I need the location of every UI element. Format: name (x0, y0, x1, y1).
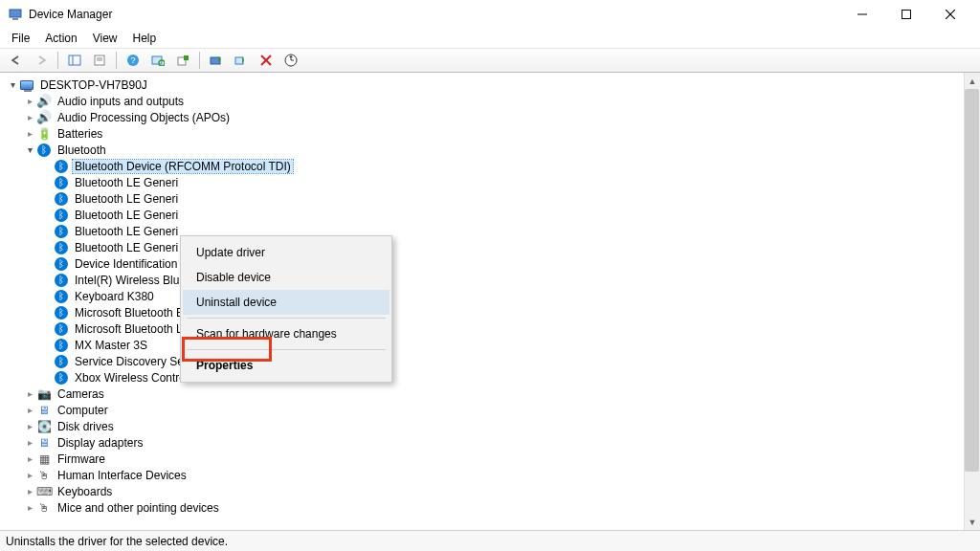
expander-icon[interactable] (23, 404, 36, 417)
menubar: File Action View Help (0, 29, 980, 48)
bt-device[interactable]: ᛒXbox Wireless Controller (2, 369, 978, 386)
bt-device[interactable]: ᛒKeyboard K380 (2, 288, 978, 304)
expander-icon[interactable] (23, 436, 36, 450)
tree-label: Firmware (56, 452, 107, 466)
category-audio[interactable]: 🔊Audio inputs and outputs (2, 93, 978, 109)
expander-icon[interactable] (23, 452, 36, 466)
uninstall-device-button[interactable] (256, 51, 277, 70)
device-icon: 🖱 (36, 468, 52, 483)
root-node[interactable]: DESKTOP-VH7B90J (2, 77, 978, 93)
tree-label: Batteries (56, 127, 104, 141)
bt-device[interactable]: ᛒService Discovery Service (2, 353, 978, 369)
context-menu: Update driver Disable device Uninstall d… (180, 235, 392, 383)
properties-toolbar-button[interactable] (89, 51, 110, 70)
close-button[interactable] (928, 0, 972, 29)
category-mice[interactable]: 🖱Mice and other pointing devices (2, 499, 978, 516)
back-button[interactable] (6, 51, 27, 70)
device-icon: 🖥 (36, 403, 52, 418)
bt-device[interactable]: ᛒBluetooth LE Generi (2, 223, 978, 239)
svg-rect-16 (184, 55, 189, 60)
bt-device[interactable]: ᛒBluetooth LE Generi (2, 174, 978, 190)
device-icon: 💽 (36, 419, 52, 434)
device-icon: ᛒ (54, 321, 69, 337)
expander-icon[interactable] (23, 95, 36, 108)
device-icon: 🔊 (36, 94, 52, 109)
app-icon (8, 7, 23, 22)
expander-icon[interactable] (6, 78, 19, 92)
context-update-driver[interactable]: Update driver (183, 240, 390, 265)
scan-hardware-button[interactable] (147, 51, 168, 70)
category-apo[interactable]: 🔊Audio Processing Objects (APOs) (2, 109, 978, 125)
expander-icon[interactable] (23, 387, 36, 401)
tree-label: Cameras (56, 387, 106, 401)
device-icon: ᛒ (54, 338, 69, 353)
menu-file[interactable]: File (4, 30, 37, 47)
device-icon: ᛒ (54, 175, 69, 190)
vertical-scrollbar[interactable]: ▲▼ (964, 73, 980, 530)
category-bluetooth[interactable]: ᛒBluetooth (2, 142, 978, 158)
minimize-button[interactable] (840, 0, 884, 29)
device-icon: ᛒ (54, 224, 69, 239)
svg-text:?: ? (130, 55, 135, 65)
device-icon: 🔋 (36, 126, 52, 142)
bt-device[interactable]: ᛒBluetooth LE Generi (2, 239, 978, 255)
expander-icon[interactable] (23, 143, 36, 157)
expander-icon[interactable] (23, 501, 36, 515)
bt-device[interactable]: ᛒBluetooth LE Generi (2, 190, 978, 207)
context-properties[interactable]: Properties (183, 353, 390, 378)
expander-icon[interactable] (23, 111, 36, 124)
bt-device[interactable]: ᛒBluetooth Device (RFCOMM Protocol TDI) (2, 158, 978, 174)
device-tree[interactable]: ▲▼DESKTOP-VH7B90J🔊Audio inputs and outpu… (0, 73, 980, 530)
context-uninstall-device[interactable]: Uninstall device (183, 290, 390, 315)
device-icon: ⌨ (36, 484, 52, 499)
scroll-up-icon[interactable]: ▲ (965, 73, 980, 89)
tree-label: Device Identification (73, 257, 179, 271)
expander-icon[interactable] (23, 469, 36, 482)
context-separator (187, 318, 386, 319)
bt-device[interactable]: ᛒBluetooth LE Generi (2, 207, 978, 223)
menu-view[interactable]: View (85, 30, 125, 47)
forward-button[interactable] (31, 51, 52, 70)
category-cameras[interactable]: 📷Cameras (2, 386, 978, 402)
show-hide-console-button[interactable] (64, 51, 85, 70)
bt-device[interactable]: ᛒIntel(R) Wireless Blu (2, 272, 978, 288)
device-icon: ᛒ (54, 305, 69, 320)
category-disk[interactable]: 💽Disk drives (2, 418, 978, 434)
expander-icon[interactable] (23, 485, 36, 498)
tree-label: Bluetooth (56, 143, 108, 157)
status-text: Uninstalls the driver for the selected d… (6, 535, 228, 548)
tree-label: Computer (56, 404, 110, 417)
svg-rect-0 (10, 10, 21, 17)
update-driver-button[interactable] (206, 51, 227, 70)
bt-device[interactable]: ᛒMicrosoft Bluetooth Enumerator (2, 304, 978, 320)
category-display[interactable]: 🖥Display adapters (2, 434, 978, 451)
help-button[interactable]: ? (122, 51, 144, 70)
svg-rect-3 (902, 11, 911, 19)
bt-device[interactable]: ᛒDevice Identification (2, 255, 978, 272)
context-disable-device[interactable]: Disable device (183, 265, 390, 290)
add-driver-button[interactable] (172, 51, 193, 70)
category-hid[interactable]: 🖱Human Interface Devices (2, 467, 978, 483)
context-scan-hardware[interactable]: Scan for hardware changes (183, 321, 390, 346)
expander-icon[interactable] (23, 420, 36, 433)
category-keyboards[interactable]: ⌨Keyboards (2, 483, 978, 499)
bt-device[interactable]: ᛒMX Master 3S (2, 337, 978, 353)
device-icon: ᛒ (54, 208, 69, 223)
scroll-down-icon[interactable]: ▼ (965, 514, 980, 530)
window-controls (840, 0, 972, 29)
category-firmware[interactable]: ▦Firmware (2, 451, 978, 467)
tree-label: Bluetooth LE Generi (73, 209, 180, 222)
disable-device-button[interactable] (231, 51, 252, 70)
maximize-button[interactable] (884, 0, 928, 29)
window-title: Device Manager (29, 8, 112, 21)
menu-help[interactable]: Help (125, 30, 165, 47)
bt-device[interactable]: ᛒMicrosoft Bluetooth LE Enumerator (2, 320, 978, 337)
expander-icon[interactable] (23, 127, 36, 141)
menu-action[interactable]: Action (37, 30, 84, 47)
category-computer[interactable]: 🖥Computer (2, 402, 978, 418)
context-separator (187, 349, 386, 350)
category-batteries[interactable]: 🔋Batteries (2, 125, 978, 142)
tree-label: Mice and other pointing devices (56, 501, 221, 515)
tree-label: Audio Processing Objects (APOs) (56, 111, 232, 124)
scan-changes-button[interactable] (280, 51, 301, 70)
